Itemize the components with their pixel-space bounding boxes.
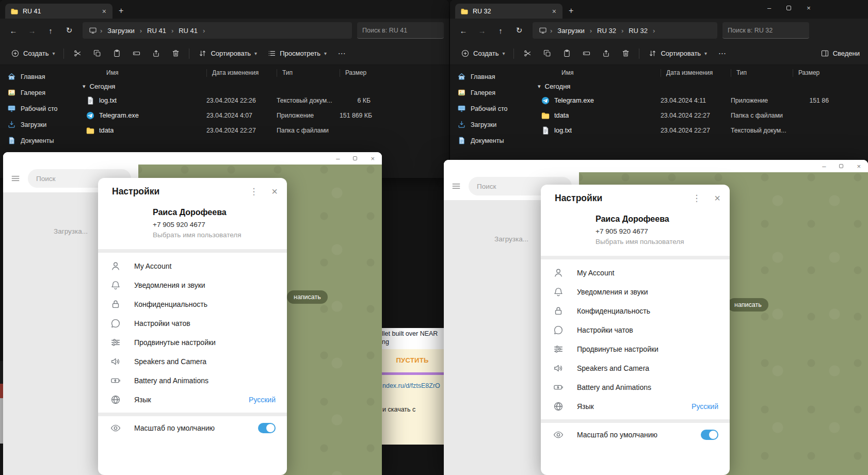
delete-button[interactable]: [616, 45, 635, 62]
close-icon[interactable]: [714, 192, 720, 204]
sidebar-item[interactable]: Рабочий сто: [453, 101, 529, 116]
column-header-size[interactable]: Размер: [340, 69, 371, 77]
file-row[interactable]: tdata 23.04.2024 22:27 Папка с файлами: [533, 108, 868, 123]
create-button[interactable]: Создать: [6, 46, 59, 61]
username-hint[interactable]: Выбрать имя пользователя: [596, 238, 719, 245]
details-pane-button[interactable]: Сведени: [816, 46, 864, 61]
refresh-button[interactable]: [61, 23, 77, 38]
file-row[interactable]: log.txt 23.04.2024 22:26 Текстовый докум…: [77, 93, 449, 108]
forward-button[interactable]: [474, 23, 490, 38]
paste-button[interactable]: [107, 45, 126, 62]
search-input[interactable]: Поиск в: RU 32: [722, 22, 809, 39]
settings-menu-item[interactable]: Уведомления и звуки: [541, 282, 730, 301]
menu-icon[interactable]: [10, 173, 21, 184]
more-menu-icon[interactable]: [247, 186, 260, 197]
chat-link[interactable]: ndex.ru/d/fztsE8ZrO: [381, 382, 444, 389]
up-button[interactable]: [492, 23, 509, 38]
sidebar-item[interactable]: Рабочий сто: [3, 101, 74, 116]
view-button[interactable]: Просмотреть: [263, 46, 331, 61]
cut-button[interactable]: [68, 45, 87, 62]
minimize-button[interactable]: [336, 155, 340, 162]
settings-menu-item[interactable]: Продвинутые настройки: [541, 339, 730, 358]
settings-menu-item[interactable]: Speakers and Camera: [541, 358, 730, 378]
up-button[interactable]: [42, 23, 59, 38]
compose-button[interactable]: написать: [287, 290, 328, 304]
new-tab-button[interactable]: [569, 6, 573, 15]
maximize-button[interactable]: [786, 6, 791, 10]
file-row[interactable]: tdata 23.04.2024 22:27 Папка с файлами: [77, 123, 449, 138]
settings-menu-item[interactable]: Продвинутые настройки: [98, 333, 287, 352]
sort-button[interactable]: Сортировать: [644, 46, 712, 61]
breadcrumb-item[interactable]: Загрузки: [105, 26, 136, 36]
sort-button[interactable]: Сортировать: [194, 46, 262, 61]
breadcrumb-item[interactable]: RU 32: [595, 26, 618, 36]
settings-menu-item[interactable]: Speakers and Camera: [98, 352, 287, 371]
column-header-name[interactable]: Имя: [77, 69, 206, 77]
copy-button[interactable]: [88, 45, 106, 62]
breadcrumb-item[interactable]: RU 41: [176, 26, 200, 36]
breadcrumb-item[interactable]: RU 32: [626, 26, 650, 36]
tab-close-icon[interactable]: [551, 7, 557, 15]
settings-menu-item[interactable]: My Account: [541, 263, 730, 282]
bot-start-button[interactable]: ПУСТИТЬ: [381, 356, 444, 364]
back-button[interactable]: [5, 23, 22, 38]
sidebar-item[interactable]: Документы: [453, 133, 529, 148]
more-menu-icon[interactable]: [690, 193, 703, 204]
compose-button[interactable]: написать: [728, 298, 768, 312]
sidebar-item[interactable]: Загрузки: [453, 117, 529, 132]
more-options-button[interactable]: [332, 45, 351, 62]
close-button[interactable]: [857, 162, 861, 170]
column-header-size[interactable]: Размер: [793, 69, 829, 77]
explorer-tab[interactable]: RU 41: [5, 4, 112, 19]
settings-menu-item[interactable]: Настройки чатов: [98, 314, 287, 333]
explorer-tab[interactable]: RU 32: [455, 4, 562, 19]
breadcrumb-item[interactable]: RU 41: [145, 26, 168, 36]
search-input[interactable]: Поиск в: RU 41: [357, 22, 444, 39]
minimize-button[interactable]: [822, 162, 826, 170]
settings-menu-item[interactable]: Конфиденциальность: [98, 294, 287, 314]
settings-menu-item[interactable]: Конфиденциальность: [541, 301, 730, 320]
settings-menu-item[interactable]: Язык Русский: [98, 390, 287, 409]
settings-menu-item[interactable]: Battery and Animations: [98, 371, 287, 390]
settings-menu-item[interactable]: My Account: [98, 256, 287, 275]
default-zoom-row[interactable]: Масштаб по умолчанию: [98, 416, 287, 440]
copy-button[interactable]: [538, 45, 556, 62]
menu-icon[interactable]: [451, 181, 461, 191]
sidebar-item[interactable]: Галерея: [453, 85, 529, 100]
username-hint[interactable]: Выбрать имя пользователя: [153, 231, 277, 239]
more-options-button[interactable]: [713, 45, 731, 62]
file-row[interactable]: Telegram.exe 23.04.2024 4:07 Приложение …: [77, 108, 449, 123]
settings-menu-item[interactable]: Battery and Animations: [541, 378, 730, 397]
group-header-today[interactable]: Сегодня: [533, 79, 868, 93]
address-bar[interactable]: ЗагрузкиRU 41RU 41: [83, 22, 352, 39]
new-tab-button[interactable]: [119, 6, 123, 15]
tab-close-icon[interactable]: [101, 7, 107, 15]
create-button[interactable]: Создать: [456, 46, 509, 61]
column-header-type[interactable]: Тип: [277, 69, 340, 77]
sidebar-item[interactable]: Документы: [3, 133, 74, 148]
column-header-date[interactable]: Дата изменения: [661, 69, 731, 77]
sidebar-item[interactable]: Галерея: [3, 85, 74, 100]
column-header-name[interactable]: Имя: [533, 69, 661, 77]
maximize-button[interactable]: [353, 156, 357, 160]
rename-button[interactable]: [577, 45, 596, 62]
rename-button[interactable]: [127, 45, 146, 62]
minimize-button[interactable]: [767, 4, 771, 12]
close-button[interactable]: [371, 155, 375, 162]
breadcrumb-item[interactable]: Загрузки: [555, 26, 586, 36]
file-row[interactable]: log.txt 23.04.2024 22:27 Текстовый докум…: [533, 123, 868, 138]
file-row[interactable]: Telegram.exe 23.04.2024 4:11 Приложение …: [533, 93, 868, 108]
cut-button[interactable]: [518, 45, 537, 62]
settings-menu-item[interactable]: Язык Русский: [541, 397, 730, 416]
refresh-button[interactable]: [511, 23, 527, 38]
delete-button[interactable]: [166, 45, 185, 62]
paste-button[interactable]: [557, 45, 576, 62]
forward-button[interactable]: [24, 23, 40, 38]
sidebar-item[interactable]: Главная: [3, 69, 74, 84]
address-bar[interactable]: ЗагрузкиRU 32RU 32: [533, 22, 717, 39]
column-header-type[interactable]: Тип: [731, 69, 793, 77]
maximize-button[interactable]: [839, 164, 843, 168]
sidebar-item[interactable]: Загрузки: [3, 117, 74, 132]
sidebar-item[interactable]: Главная: [453, 69, 529, 84]
settings-menu-item[interactable]: Уведомления и звуки: [98, 275, 287, 294]
